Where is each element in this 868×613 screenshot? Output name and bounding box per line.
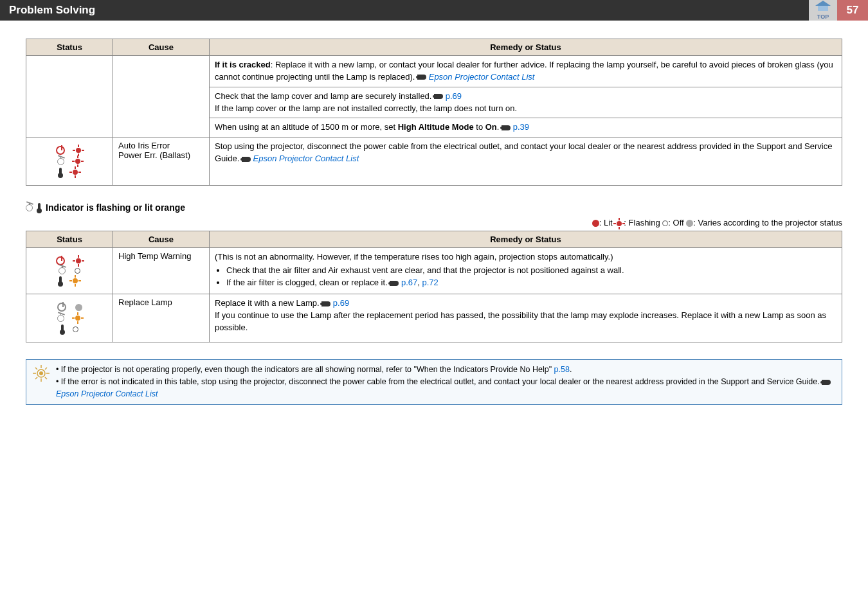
see-icon bbox=[822, 380, 831, 385]
bullet-clogged: If the air filter is clogged, clean or r… bbox=[226, 277, 836, 289]
see-icon bbox=[390, 281, 399, 286]
flashing-red-icon bbox=[73, 157, 82, 166]
page-header: Problem Solving TOP 57 bbox=[0, 0, 868, 21]
remedy-altitude: When using at an altitude of 1500 m or m… bbox=[210, 118, 842, 138]
link-contact-list-3[interactable]: Epson Projector Contact List bbox=[56, 389, 158, 398]
varies-icon bbox=[75, 304, 82, 311]
th2-status: Status bbox=[26, 231, 113, 247]
see-icon bbox=[321, 301, 330, 306]
flashing-red-icon bbox=[74, 146, 83, 155]
remedy-auto-iris: Stop using the projector, disconnect the… bbox=[210, 138, 842, 186]
off-icon bbox=[73, 326, 78, 332]
lamp-outline-icon bbox=[26, 204, 33, 211]
see-icon bbox=[502, 125, 511, 130]
bullet-air-filter: Check that the air filter and Air exhaus… bbox=[226, 265, 836, 277]
legend: : Lit : Flashing : Off : Varies accordin… bbox=[26, 218, 842, 228]
cause-cell-empty bbox=[113, 56, 210, 138]
link-p69-a[interactable]: p.69 bbox=[446, 91, 462, 101]
see-icon bbox=[242, 157, 251, 162]
link-contact-list-1[interactable]: Epson Projector Contact List bbox=[429, 72, 535, 82]
svg-line-6 bbox=[35, 368, 37, 369]
svg-line-8 bbox=[45, 368, 47, 369]
temp-icon bbox=[61, 324, 64, 333]
cause-high-temp: High Temp Warning bbox=[113, 247, 210, 294]
svg-line-7 bbox=[45, 377, 47, 379]
remedy-cracked: If it is cracked: Replace it with a new … bbox=[210, 56, 842, 87]
flashing-orange-icon bbox=[73, 314, 82, 323]
flashing-red-icon bbox=[74, 256, 83, 265]
temp-icon bbox=[38, 203, 41, 212]
flashing-orange-icon bbox=[71, 276, 80, 285]
header-right: TOP 57 bbox=[809, 0, 868, 21]
temp-icon bbox=[59, 168, 62, 177]
cause-auto-iris: Auto Iris Error Power Err. (Ballast) bbox=[113, 138, 210, 186]
see-icon bbox=[417, 75, 426, 80]
link-p72[interactable]: p.72 bbox=[422, 278, 439, 287]
power-icon bbox=[56, 256, 65, 265]
page-number: 57 bbox=[837, 0, 868, 21]
header-title: Problem Solving bbox=[9, 4, 95, 17]
link-contact-list-2[interactable]: Epson Projector Contact List bbox=[253, 154, 359, 163]
off-icon bbox=[75, 268, 80, 274]
th-remedy: Remedy or Status bbox=[210, 39, 842, 56]
top-nav-button[interactable]: TOP bbox=[809, 0, 837, 21]
tip-icon bbox=[33, 365, 50, 382]
page-content: Status Cause Remedy or Status If it is c… bbox=[0, 21, 868, 415]
link-p69-b[interactable]: p.69 bbox=[333, 298, 349, 308]
status-cell-empty bbox=[26, 56, 113, 138]
lamp-outline-icon bbox=[59, 267, 66, 274]
link-p58[interactable]: p.58 bbox=[554, 365, 570, 374]
status-high-temp bbox=[26, 247, 113, 294]
see-icon bbox=[434, 94, 443, 99]
top-label: TOP bbox=[817, 13, 829, 20]
varies-icon bbox=[686, 220, 693, 227]
th2-cause: Cause bbox=[113, 231, 210, 247]
remedy-lamp-cover: Check that the lamp cover and lamp are s… bbox=[210, 87, 842, 118]
lamp-outline-icon bbox=[57, 158, 64, 165]
remedy-high-temp: (This is not an abnormality. However, if… bbox=[210, 247, 842, 294]
th-cause: Cause bbox=[113, 39, 210, 56]
lit-icon bbox=[592, 220, 599, 227]
lamp-outline-icon bbox=[57, 315, 64, 322]
flashing-icon bbox=[615, 219, 624, 228]
power-icon-gray bbox=[57, 303, 66, 312]
section-heading-orange: Indicator is flashing or lit orange bbox=[26, 202, 842, 213]
link-p39[interactable]: p.39 bbox=[513, 122, 529, 132]
remedy-replace-lamp: Replace it with a new Lamp. p.69 If you … bbox=[210, 294, 842, 342]
th-status: Status bbox=[26, 39, 113, 56]
temp-icon bbox=[59, 276, 62, 285]
off-icon bbox=[662, 220, 668, 226]
link-p67[interactable]: p.67 bbox=[401, 278, 417, 287]
flashing-red-icon bbox=[71, 168, 80, 177]
status-replace-lamp bbox=[26, 294, 113, 342]
status-auto-iris bbox=[26, 138, 113, 186]
svg-point-1 bbox=[39, 371, 43, 375]
table-2: Status Cause Remedy or Status High Temp … bbox=[26, 231, 842, 343]
tip-text: • If the projector is not operating prop… bbox=[56, 364, 835, 400]
table-1: Status Cause Remedy or Status If it is c… bbox=[26, 39, 842, 186]
cracked-prefix: If it is cracked bbox=[215, 60, 271, 69]
power-icon bbox=[56, 146, 65, 155]
tip-box: • If the projector is not operating prop… bbox=[26, 359, 842, 404]
th2-remedy: Remedy or Status bbox=[210, 231, 842, 247]
cause-replace-lamp: Replace Lamp bbox=[113, 294, 210, 342]
svg-line-9 bbox=[35, 377, 37, 379]
